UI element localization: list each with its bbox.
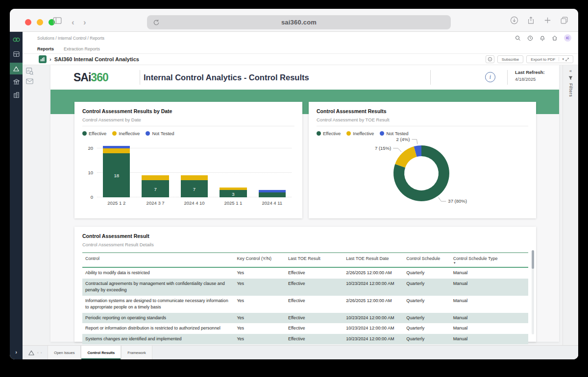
table-card: Control Assessment Result Control Assess… bbox=[74, 227, 536, 342]
table-row[interactable]: Contractual agreements by management wit… bbox=[82, 279, 528, 296]
expand-icon[interactable] bbox=[565, 58, 569, 61]
bar-segment[interactable] bbox=[103, 148, 130, 153]
export-to-pdf-button[interactable]: Export to PDF ▾ bbox=[526, 55, 573, 63]
table-cell: Manual bbox=[450, 313, 506, 324]
table-row[interactable]: Ability to modify data is restrictedYesE… bbox=[82, 267, 528, 279]
tab-overview-icon[interactable] bbox=[560, 16, 568, 24]
column-header[interactable]: Control bbox=[82, 253, 234, 267]
envelope-icon[interactable] bbox=[26, 78, 33, 84]
sai360-logo-icon[interactable] bbox=[10, 34, 23, 45]
bar-segment[interactable] bbox=[259, 192, 286, 197]
dashboard-icon[interactable] bbox=[10, 48, 23, 59]
share-icon[interactable] bbox=[527, 16, 535, 24]
x-axis-label: 2024 3 7 bbox=[136, 200, 174, 206]
tab-extraction-reports[interactable]: Extraction Reports bbox=[64, 47, 100, 51]
collapse-filters-icon[interactable]: « bbox=[569, 69, 572, 73]
table-row[interactable]: Periodic reporting on operating standard… bbox=[82, 313, 528, 324]
back-button[interactable]: ‹ bbox=[72, 18, 74, 27]
filters-rail[interactable]: « Filters bbox=[563, 65, 578, 345]
bank-icon[interactable] bbox=[10, 76, 23, 87]
expand-rail-button[interactable]: › bbox=[10, 349, 23, 355]
legend-item[interactable]: Ineffective bbox=[346, 131, 374, 136]
legend-item[interactable]: Not Tested bbox=[146, 131, 174, 136]
table-row[interactable]: Systems changes are identified and imple… bbox=[82, 334, 528, 345]
report-content-area: SAi360 Internal Control Analytics - Cont… bbox=[23, 65, 578, 345]
tab-reports[interactable]: Reports bbox=[37, 47, 54, 51]
header-divider bbox=[430, 70, 431, 85]
legend-item[interactable]: Effective bbox=[82, 131, 106, 136]
reload-icon[interactable] bbox=[153, 19, 160, 26]
column-header[interactable]: Key Control (Y/N) bbox=[234, 253, 285, 267]
bar-chart-plot[interactable]: 0102018773 bbox=[97, 146, 292, 197]
column-filter-icon[interactable]: ▼ bbox=[453, 261, 503, 264]
forward-button[interactable]: › bbox=[83, 18, 86, 27]
donut-slice[interactable] bbox=[395, 146, 416, 167]
bar-segment[interactable] bbox=[259, 190, 286, 192]
buildings-icon[interactable] bbox=[10, 90, 23, 100]
table-scrollbar-thumb[interactable] bbox=[532, 250, 534, 269]
stacked-bar[interactable]: 7 bbox=[181, 175, 208, 197]
close-window-button[interactable] bbox=[25, 19, 31, 25]
table-row[interactable]: Report or information distribution is re… bbox=[82, 323, 528, 334]
sidebar-toggle-icon[interactable] bbox=[53, 17, 62, 24]
legend-dot bbox=[317, 131, 321, 136]
search-icon[interactable] bbox=[515, 35, 521, 41]
table-cell: Effective bbox=[285, 313, 343, 324]
clock-icon[interactable] bbox=[527, 35, 533, 41]
table-cell: Manual bbox=[450, 267, 506, 279]
table-cell: Quarterly bbox=[403, 267, 450, 279]
stacked-bar[interactable]: 3 bbox=[220, 188, 247, 197]
stacked-bar[interactable]: 18 bbox=[103, 146, 130, 197]
report-info-icon[interactable]: i bbox=[485, 72, 495, 82]
stacked-bar[interactable] bbox=[259, 190, 286, 197]
donut-chart-card: Control Assessment Results Control Asses… bbox=[309, 102, 536, 218]
chart-search-icon[interactable] bbox=[26, 68, 33, 75]
export-caret-icon[interactable]: ▾ bbox=[562, 57, 564, 61]
bar-segment[interactable] bbox=[220, 188, 247, 190]
bar-segment[interactable]: 7 bbox=[142, 180, 169, 197]
column-header[interactable]: Last TOE Result Date bbox=[343, 253, 403, 267]
home-icon[interactable] bbox=[552, 35, 558, 41]
new-tab-icon[interactable] bbox=[543, 16, 552, 24]
user-avatar[interactable]: IC bbox=[564, 34, 571, 42]
table-cell: 2/26/2025 12:00:00 AM bbox=[343, 267, 403, 279]
info-button[interactable] bbox=[486, 55, 494, 63]
notifications-bell-icon[interactable] bbox=[539, 35, 545, 41]
table-cell: Yes bbox=[234, 334, 285, 345]
legend-dot bbox=[82, 131, 87, 136]
url-bar[interactable]: sai360.com bbox=[147, 15, 451, 29]
donut-chart[interactable]: 37 (80%)7 (15%)2 (4%) bbox=[317, 136, 528, 210]
browser-chrome: ‹ › sai360.com bbox=[10, 9, 578, 32]
stacked-bar[interactable]: 7 bbox=[142, 175, 169, 197]
bar-segment[interactable]: 7 bbox=[181, 180, 208, 197]
chevron-right-icon[interactable]: › bbox=[49, 56, 51, 62]
x-axis-label: 2025 1 2 bbox=[97, 200, 136, 206]
downloads-icon[interactable] bbox=[510, 16, 518, 24]
legend-item[interactable]: Ineffective bbox=[112, 131, 140, 136]
bar-segment[interactable]: 18 bbox=[103, 153, 130, 197]
column-header[interactable]: Control Schedule Type▼ bbox=[450, 253, 506, 267]
bottom-tab-control-results[interactable]: Control Results bbox=[81, 346, 121, 359]
bar-segment[interactable]: 3 bbox=[220, 190, 247, 197]
column-header[interactable]: Control Schedule bbox=[403, 253, 450, 267]
subscribe-button[interactable]: Subscribe bbox=[497, 55, 524, 63]
table-cell: 10/23/2024 12:00:00 AM bbox=[343, 279, 403, 296]
donut-slice-label: 7 (15%) bbox=[375, 145, 391, 151]
tab-scroll-arrows[interactable]: ‹› bbox=[37, 351, 44, 355]
bar-segment[interactable] bbox=[103, 146, 130, 148]
bottom-tab-framework[interactable]: Framework bbox=[121, 346, 152, 359]
legend-item[interactable]: Effective bbox=[317, 131, 341, 136]
table-cell: Effective bbox=[285, 334, 343, 345]
minimize-window-button[interactable] bbox=[37, 19, 43, 25]
bar-segment[interactable] bbox=[181, 175, 208, 180]
table-row[interactable]: Information systems are designed to comm… bbox=[82, 296, 528, 313]
bottom-tab-open-issues[interactable]: Open Issues bbox=[48, 346, 81, 359]
column-header[interactable]: Last TOE Result bbox=[285, 253, 343, 267]
bar-segment[interactable] bbox=[142, 175, 169, 180]
export-to-pdf-label: Export to PDF bbox=[531, 57, 555, 62]
x-axis-label: 2024 4 11 bbox=[253, 200, 292, 206]
warning-triangle-icon[interactable] bbox=[28, 350, 34, 355]
breadcrumb[interactable]: Solutions / Internal Control / Reports bbox=[37, 36, 104, 41]
risk-module-icon[interactable] bbox=[10, 63, 23, 74]
legend-item[interactable]: Not Tested bbox=[380, 131, 408, 136]
